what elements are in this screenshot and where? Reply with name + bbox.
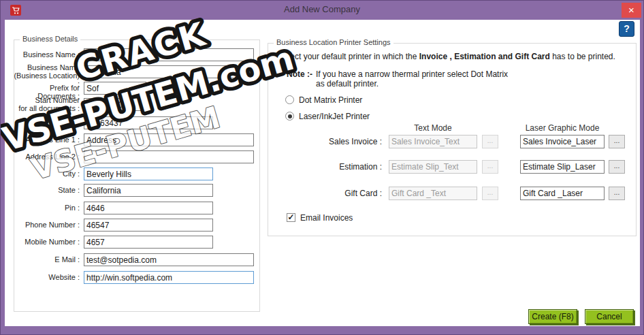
email-label: E Mail : — [12, 255, 80, 264]
sales-invoice-label: Sales Invoice : — [293, 137, 382, 146]
prefix-documents-input[interactable] — [84, 82, 146, 95]
gift-card-laser-input[interactable] — [520, 187, 605, 200]
email-invoices-checkbox[interactable]: ✓ — [287, 213, 295, 222]
text-mode-column-header: Text Mode — [389, 123, 477, 133]
business-location-name-input[interactable] — [84, 65, 254, 78]
gift-card-label: Gift Card : — [293, 189, 382, 198]
pin-label: Pin : — [12, 204, 80, 212]
estimation-text-browse-button: ... — [482, 160, 498, 174]
cancel-button[interactable]: Cancel — [585, 309, 634, 324]
create-button[interactable]: Create (F8) — [528, 309, 577, 324]
tin-number-label: TIN Number : — [12, 118, 80, 127]
address-line2-input[interactable] — [84, 150, 254, 163]
address-line2-label: Address Line 2 : — [12, 153, 80, 161]
printer-intro-text: Select your default printer in which the… — [278, 52, 632, 61]
close-icon[interactable]: × — [622, 3, 641, 18]
printer-note-label: Note :- — [287, 69, 312, 79]
dot-matrix-radio[interactable] — [285, 95, 294, 104]
start-number-input[interactable] — [84, 98, 146, 111]
website-input[interactable] — [84, 271, 254, 284]
mobile-number-input[interactable] — [84, 236, 213, 249]
state-input[interactable] — [84, 184, 213, 197]
sales-invoice-text-input — [389, 135, 477, 148]
sales-invoice-laser-browse-button[interactable]: ... — [609, 135, 625, 148]
start-number-label: Start Numberfor all documents : — [12, 96, 80, 112]
titlebar[interactable]: Add New Company × — [1, 1, 643, 20]
add-new-company-dialog: Add New Company × ? Business Details Bus… — [0, 0, 644, 335]
state-label: State : — [12, 186, 80, 194]
business-details-group-label: Business Details — [20, 35, 80, 43]
address-line1-label: Address Line 1 : — [12, 135, 80, 144]
tin-number-input[interactable] — [84, 116, 213, 129]
sales-invoice-text-browse-button: ... — [482, 135, 498, 148]
address-line1-input[interactable] — [84, 133, 254, 146]
printer-note-line1: If you have a narrow thermal printer sel… — [316, 69, 508, 79]
help-icon[interactable]: ? — [619, 21, 634, 37]
mobile-number-label: Mobile Number : — [12, 238, 80, 246]
printer-note-line2: as default printer. — [316, 79, 379, 89]
laser-inkjet-radio[interactable] — [285, 112, 294, 121]
gift-card-laser-browse-button[interactable]: ... — [609, 187, 625, 200]
estimation-text-input — [389, 160, 477, 174]
city-input[interactable] — [84, 168, 213, 180]
laser-graphic-mode-column-header: Laser Graphic Mode — [515, 123, 610, 133]
business-name-label: Business Name : — [12, 50, 80, 59]
gift-card-text-browse-button: ... — [482, 187, 498, 200]
phone-number-label: Phone Number : — [12, 221, 80, 229]
email-invoices-checkbox-label: Email Invoices — [300, 213, 353, 223]
phone-number-input[interactable] — [84, 219, 213, 232]
website-label: Website : — [12, 273, 80, 281]
printer-settings-group-label: Business Location Printer Settings — [274, 38, 393, 46]
email-input[interactable] — [84, 253, 254, 266]
dot-matrix-radio-label: Dot Matrix Printer — [299, 95, 362, 105]
city-label: City : — [12, 170, 80, 178]
window-title: Add New Company — [1, 4, 643, 14]
pin-input[interactable] — [84, 202, 213, 214]
business-name-input[interactable] — [84, 48, 254, 61]
gift-card-text-input — [389, 187, 477, 200]
estimation-label: Estimation : — [293, 162, 382, 172]
sales-invoice-laser-input[interactable] — [520, 135, 605, 148]
laser-inkjet-radio-label: Laser/InkJet Printer — [299, 112, 370, 121]
estimation-laser-input[interactable] — [520, 160, 605, 174]
estimation-laser-browse-button[interactable]: ... — [609, 160, 625, 174]
